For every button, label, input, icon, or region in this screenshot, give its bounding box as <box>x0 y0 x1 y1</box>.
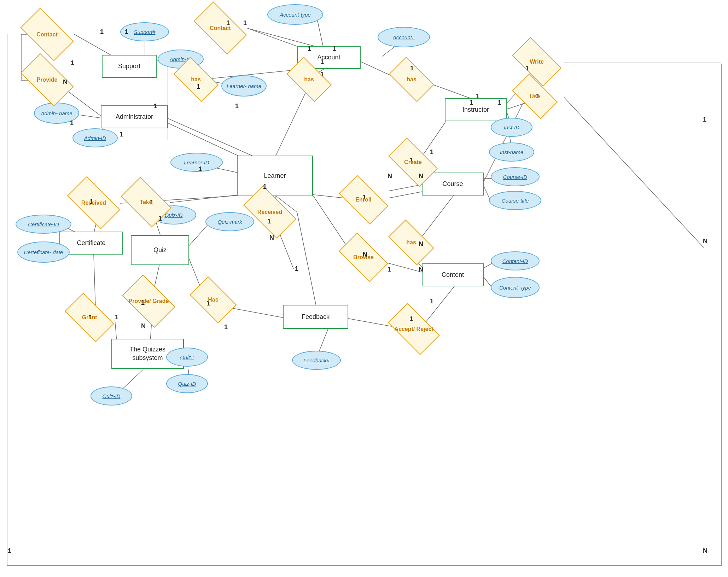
course-title-attr: Course-title <box>489 191 541 210</box>
card-13: N <box>63 78 70 86</box>
card-29: 1 <box>470 99 473 106</box>
card-47: N <box>703 547 707 555</box>
create-rel: Create <box>392 150 434 175</box>
card-21: 1 <box>263 183 267 191</box>
svg-line-56 <box>318 327 329 354</box>
connection-lines <box>0 0 728 577</box>
learner-name-attr: Learner- name <box>221 75 267 97</box>
content-type-attr: Content- type <box>491 277 540 298</box>
inst-id-attr: Inst-ID <box>491 118 532 137</box>
has4-rel: Has <box>194 287 233 312</box>
content-entity: Content <box>422 263 484 286</box>
svg-line-70 <box>389 191 426 198</box>
course-entity: Course <box>422 173 484 196</box>
svg-line-50 <box>94 255 95 308</box>
card-2: 1 <box>243 19 247 27</box>
instructor-entity: Instructor <box>445 98 507 121</box>
course-id-attr: Course-ID <box>491 167 540 186</box>
card-45: 1 <box>409 315 413 323</box>
quiz-id-sub-attr: Quiz-ID <box>166 374 208 393</box>
card-37: N <box>141 322 146 330</box>
card-15: 1 <box>100 28 104 36</box>
learner-entity: Learner <box>237 156 313 196</box>
support-entity: Support <box>102 55 157 78</box>
feedback-entity: Feedback <box>283 305 348 329</box>
card-46: 1 <box>430 298 433 305</box>
card-30: 1 <box>498 99 501 106</box>
inst-name-attr: Inst-name <box>489 142 534 162</box>
write-rel: Write <box>516 49 558 74</box>
card-40: 1 <box>295 265 298 273</box>
card-3: 1 <box>308 45 311 53</box>
card-10: 1 <box>154 103 157 110</box>
card-17: 1 <box>199 165 202 173</box>
has5-rel: has <box>392 231 431 254</box>
administrator-entity: Administrator <box>101 105 168 128</box>
card-8: 1 <box>235 103 239 110</box>
feedback-num-attr: Feedback# <box>292 351 341 370</box>
card-16: 1 <box>125 28 128 36</box>
contact1-rel: Contact <box>24 21 70 48</box>
quiz-num-attr: Quiz# <box>166 348 208 367</box>
quiz-entity: Quiz <box>131 235 189 265</box>
has1-rel: has <box>177 68 215 91</box>
card-22: 1 <box>267 218 271 225</box>
account-num-attr: Account# <box>378 27 430 47</box>
card-48: 1 <box>8 547 11 555</box>
svg-line-29 <box>187 224 209 247</box>
cert-date-attr: Certeficate- date <box>17 241 70 263</box>
card-31: 1 <box>525 65 529 72</box>
card-20: 1 <box>158 215 162 222</box>
card-44: N <box>419 266 423 273</box>
er-diagram: Account Support Administrator Learner In… <box>0 0 728 577</box>
grant-rel: Grant <box>68 305 111 330</box>
card-6: 1 <box>320 71 324 78</box>
accept-reject-rel: Accept/ Reject <box>392 316 436 342</box>
card-25: N <box>388 173 392 180</box>
cert-id-attr: Certificate-ID <box>16 215 71 234</box>
use-rel: Use <box>516 85 554 108</box>
card-5: 1 <box>320 58 324 66</box>
provide-grade-rel: Provide/ Grade <box>127 287 171 315</box>
browse-rel: Browse <box>342 245 385 270</box>
card-43: N <box>419 240 423 248</box>
card-12: 1 <box>70 120 74 127</box>
card-23: N <box>269 234 274 241</box>
received1-rel: Received <box>71 190 117 216</box>
svg-line-66 <box>564 97 704 247</box>
card-26: N <box>419 173 423 180</box>
svg-line-32 <box>297 212 316 308</box>
card-39: 1 <box>224 324 228 331</box>
take-rel: Take <box>125 189 167 215</box>
card-4: 1 <box>332 45 336 53</box>
card-7: 1 <box>197 83 200 91</box>
admin-id-attr: Admin-ID <box>72 128 118 147</box>
learner-id-attr: Learner-ID <box>170 153 223 172</box>
card-35: 1 <box>115 314 118 321</box>
quiz-id-bottom-attr: Quiz-ID <box>91 386 132 406</box>
svg-line-51 <box>115 320 117 341</box>
account-type-attr: Account-type <box>267 4 323 25</box>
contact2-rel: Contact <box>197 15 243 41</box>
card-50: 1 <box>703 116 706 123</box>
card-42: 1 <box>388 266 391 273</box>
content-id-attr: Content-ID <box>491 251 540 270</box>
svg-line-16 <box>276 88 308 156</box>
card-49: N <box>703 238 707 245</box>
card-9: 1 <box>410 65 414 72</box>
enroll-rel: Enroll <box>342 187 385 212</box>
card-14: 1 <box>71 59 74 67</box>
card-11: 1 <box>120 131 123 138</box>
card-28: 1 <box>430 148 433 156</box>
card-33: 1 <box>476 93 479 100</box>
